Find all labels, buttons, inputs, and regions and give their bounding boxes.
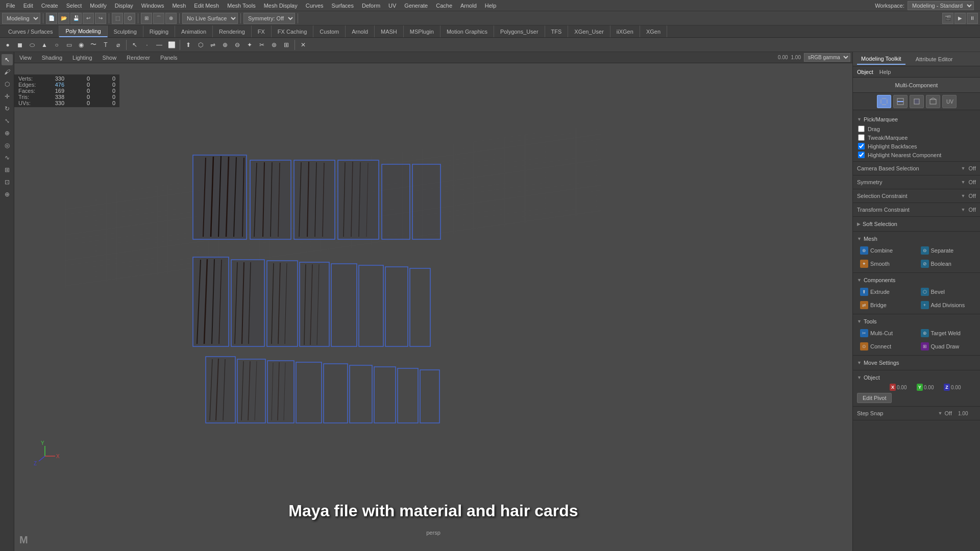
rotate-icon[interactable]: ↻ bbox=[2, 103, 13, 114]
combine-btn[interactable]: ⊕ Combine bbox=[857, 245, 916, 256]
cone-icon-btn[interactable]: ▲ bbox=[39, 39, 50, 51]
menu-generate[interactable]: Generate bbox=[400, 2, 432, 10]
menu-help[interactable]: Help bbox=[481, 2, 501, 10]
tab-animation[interactable]: Animation bbox=[175, 26, 213, 37]
menu-mesh-display[interactable]: Mesh Display bbox=[260, 2, 302, 10]
sphere-icon-btn[interactable]: ● bbox=[2, 39, 13, 51]
tab-curves-surfaces[interactable]: Curves / Surfaces bbox=[2, 26, 59, 37]
snap-curve-btn[interactable]: ⌒ bbox=[153, 13, 164, 24]
lasso-icon[interactable]: ⬡ bbox=[2, 79, 13, 90]
menu-surfaces[interactable]: Surfaces bbox=[328, 2, 358, 10]
viewport-menu-shading[interactable]: Shading bbox=[39, 54, 65, 62]
menu-modify[interactable]: Modify bbox=[86, 2, 110, 10]
undo-btn[interactable]: ↩ bbox=[83, 13, 94, 24]
snap-point-btn[interactable]: ⊕ bbox=[165, 13, 177, 24]
select-mode-icon[interactable]: ↖ bbox=[2, 54, 13, 65]
soft-selection-header[interactable]: ▶ Soft Selection bbox=[853, 219, 980, 229]
tab-arnold[interactable]: Arnold bbox=[346, 26, 375, 37]
soft-mod-icon[interactable]: ◎ bbox=[2, 140, 13, 151]
menu-edit[interactable]: Edit bbox=[19, 2, 37, 10]
bevel-icon-btn[interactable]: ⬡ bbox=[195, 39, 206, 51]
quad-draw-btn[interactable]: ⊞ Quad Draw bbox=[918, 341, 976, 352]
tab-motion-graphics[interactable]: Motion Graphics bbox=[440, 26, 494, 37]
multi-cut-icon-btn[interactable]: ✂ bbox=[256, 39, 267, 51]
vertex-icon-btn[interactable]: · bbox=[141, 39, 153, 51]
smooth-icon-btn[interactable]: ✦ bbox=[244, 39, 255, 51]
viewport-menu-view[interactable]: View bbox=[16, 54, 35, 62]
paint-select-icon[interactable]: 🖌 bbox=[2, 66, 13, 78]
help-tab[interactable]: Help bbox=[879, 69, 891, 75]
scale-icon[interactable]: ⤡ bbox=[2, 115, 13, 127]
combine-icon-btn[interactable]: ⊕ bbox=[219, 39, 231, 51]
face-icon-btn[interactable]: ⬜ bbox=[166, 39, 177, 51]
menu-select[interactable]: Select bbox=[62, 2, 86, 10]
bridge-icon-btn[interactable]: ⇌ bbox=[207, 39, 218, 51]
pipe-icon-btn[interactable]: ⌀ bbox=[112, 39, 124, 51]
select-tool-btn[interactable]: ⬚ bbox=[112, 13, 123, 24]
object-tab[interactable]: Object bbox=[857, 69, 873, 75]
render-settings-btn[interactable]: 🎬 bbox=[942, 13, 953, 24]
menu-cache[interactable]: Cache bbox=[432, 2, 456, 10]
separate-btn[interactable]: ⊖ Separate bbox=[918, 245, 976, 256]
tab-rendering[interactable]: Rendering bbox=[213, 26, 252, 37]
tab-tfs[interactable]: TFS bbox=[545, 26, 569, 37]
object-mode-btn[interactable] bbox=[926, 95, 940, 108]
components-section-header[interactable]: ▼ Components bbox=[853, 275, 980, 285]
edge-mode-btn[interactable] bbox=[893, 95, 908, 108]
mesh-section-header[interactable]: ▼ Mesh bbox=[853, 234, 980, 244]
select-icon-btn[interactable]: ↖ bbox=[129, 39, 140, 51]
tab-rigging[interactable]: Rigging bbox=[143, 26, 175, 37]
plane-icon-btn[interactable]: ▭ bbox=[63, 39, 75, 51]
ipr-btn[interactable]: ▶ bbox=[954, 13, 966, 24]
tab-sculpting[interactable]: Sculpting bbox=[108, 26, 143, 37]
torus-icon-btn[interactable]: ○ bbox=[51, 39, 62, 51]
menu-edit-mesh[interactable]: Edit Mesh bbox=[190, 2, 223, 10]
bridge-btn[interactable]: ⇌ Bridge bbox=[857, 299, 916, 311]
viewport-menu-lighting[interactable]: Lighting bbox=[69, 54, 95, 62]
tab-mash[interactable]: MASH bbox=[375, 26, 404, 37]
menu-arnold[interactable]: Arnold bbox=[456, 2, 481, 10]
attribute-editor-tab[interactable]: Attribute Editor bbox=[912, 54, 957, 64]
menu-curves[interactable]: Curves bbox=[302, 2, 328, 10]
tab-polygons-user[interactable]: Polygons_User bbox=[494, 26, 545, 37]
pick-marquee-header[interactable]: ▼ Pick/Marquee bbox=[853, 114, 980, 124]
live-surface-selector[interactable]: No Live Surface bbox=[182, 13, 238, 24]
menu-file[interactable]: File bbox=[2, 2, 19, 10]
menu-deform[interactable]: Deform bbox=[358, 2, 384, 10]
tab-xgen[interactable]: XGen bbox=[640, 26, 667, 37]
drag-checkbox[interactable] bbox=[858, 126, 865, 132]
viewport-menu-show[interactable]: Show bbox=[100, 54, 120, 62]
menu-uv[interactable]: UV bbox=[384, 2, 400, 10]
delete-icon-btn[interactable]: ✕ bbox=[298, 39, 309, 51]
new-scene-btn[interactable]: 📄 bbox=[46, 13, 57, 24]
add-divisions-btn[interactable]: + Add Divisions bbox=[918, 299, 976, 311]
move-icon[interactable]: ✛ bbox=[2, 91, 13, 102]
menu-mesh[interactable]: Mesh bbox=[168, 2, 190, 10]
modeling-toolkit-tab[interactable]: Modeling Toolkit bbox=[857, 54, 905, 65]
viewport-menu-renderer[interactable]: Renderer bbox=[124, 54, 153, 62]
tab-custom[interactable]: Custom bbox=[313, 26, 346, 37]
disc-icon-btn[interactable]: ◉ bbox=[76, 39, 87, 51]
save-btn[interactable]: 💾 bbox=[70, 13, 82, 24]
sculpt-icon[interactable]: ∿ bbox=[2, 152, 13, 163]
tab-fx-caching[interactable]: FX Caching bbox=[272, 26, 313, 37]
helix-icon-btn[interactable]: 〜 bbox=[88, 39, 99, 51]
boolean-btn[interactable]: ⊘ Boolean bbox=[918, 258, 976, 269]
menu-create[interactable]: Create bbox=[37, 2, 62, 10]
redo-btn[interactable]: ↪ bbox=[95, 13, 106, 24]
face-mode-btn[interactable] bbox=[910, 95, 924, 108]
workspace-dropdown[interactable]: Modeling - Standard bbox=[908, 1, 974, 10]
menu-windows[interactable]: Windows bbox=[137, 2, 168, 10]
snap-icon[interactable]: ⊕ bbox=[2, 189, 13, 200]
highlight-nearest-checkbox[interactable] bbox=[858, 152, 865, 158]
pause-btn[interactable]: ⏸ bbox=[967, 13, 978, 24]
extrude-icon-btn[interactable]: ⬆ bbox=[183, 39, 194, 51]
vertex-mode-btn[interactable] bbox=[877, 95, 891, 108]
text-icon-btn[interactable]: T bbox=[100, 39, 111, 51]
snap-grid-btn[interactable]: ⊞ bbox=[141, 13, 152, 24]
extrude-btn[interactable]: ⬆ Extrude bbox=[857, 286, 916, 297]
separate-icon-btn[interactable]: ⊖ bbox=[232, 39, 243, 51]
mode-selector[interactable]: Modeling bbox=[2, 13, 40, 24]
move-settings-header[interactable]: ▼ Move Settings bbox=[853, 358, 980, 368]
multi-cut-btn[interactable]: ✂ Multi-Cut bbox=[857, 328, 916, 339]
